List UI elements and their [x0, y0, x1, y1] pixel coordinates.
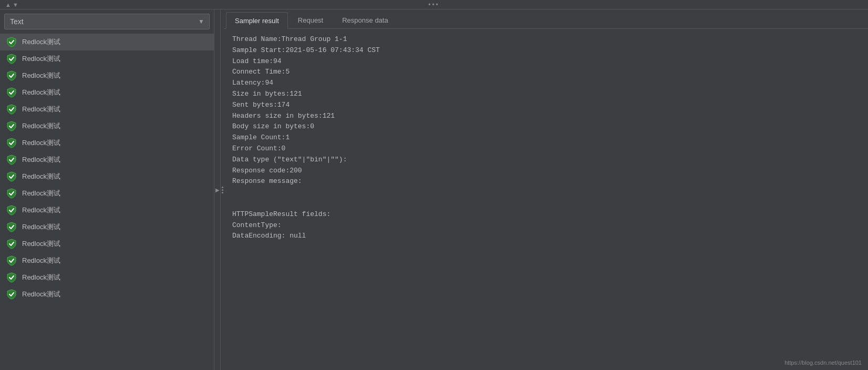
list-item[interactable]: Redlock测试 — [0, 101, 214, 118]
list-item-label: Redlock测试 — [22, 256, 60, 265]
shield-success-icon — [6, 171, 17, 182]
sort-arrows[interactable]: ▲ ▼ — [5, 2, 18, 8]
shield-success-icon — [6, 70, 17, 81]
list-item[interactable]: Redlock测试 — [0, 185, 214, 202]
shield-success-icon — [6, 138, 17, 148]
shield-success-icon — [6, 54, 17, 64]
dropdown-wrapper: TextHTMLJSONXML ▼ — [4, 14, 210, 29]
list-item-label: Redlock测试 — [22, 88, 60, 97]
splitter-dot-1 — [222, 187, 223, 188]
shield-success-icon — [6, 239, 17, 249]
list-item[interactable]: Redlock测试 — [0, 219, 214, 235]
splitter-dot-2 — [222, 189, 223, 191]
list-item-label: Redlock测试 — [22, 239, 60, 249]
collapse-arrow-icon[interactable]: ▶ — [215, 187, 220, 193]
list-item[interactable]: Redlock测试 — [0, 118, 214, 135]
dropdown-row: TextHTMLJSONXML ▼ — [0, 9, 214, 34]
shield-success-icon — [6, 37, 17, 47]
list-item-label: Redlock测试 — [22, 37, 60, 47]
tab-request[interactable]: Request — [289, 12, 332, 28]
shield-success-icon — [6, 222, 17, 232]
shield-success-icon — [6, 87, 17, 98]
list-item-label: Redlock测试 — [22, 205, 60, 215]
list-item[interactable]: Redlock测试 — [0, 34, 214, 50]
sample-list: Redlock测试 Redlock测试 Redlock测试 Redlock测试 … — [0, 34, 214, 370]
list-item[interactable]: Redlock测试 — [0, 286, 214, 303]
left-panel: TextHTMLJSONXML ▼ Redlock测试 Redlock测试 Re… — [0, 9, 214, 370]
shield-success-icon — [6, 205, 17, 215]
list-item[interactable]: Redlock测试 — [0, 168, 214, 185]
list-item[interactable]: Redlock测试 — [0, 235, 214, 252]
splitter-handle — [222, 187, 223, 193]
list-item-label: Redlock测试 — [22, 189, 60, 198]
tabs-bar: Sampler resultRequestResponse data — [224, 9, 868, 29]
shield-success-icon — [6, 121, 17, 131]
list-item[interactable]: Redlock测试 — [0, 269, 214, 286]
list-item-label: Redlock测试 — [22, 222, 60, 232]
shield-success-icon — [6, 155, 17, 165]
tab-response-data[interactable]: Response data — [333, 12, 397, 28]
list-item-label: Redlock测试 — [22, 105, 60, 114]
watermark: https://blog.csdn.net/quest101 — [784, 359, 862, 366]
tab-sampler-result[interactable]: Sampler result — [226, 12, 288, 29]
shield-success-icon — [6, 272, 17, 283]
list-item[interactable]: Redlock测试 — [0, 135, 214, 151]
list-item-label: Redlock测试 — [22, 138, 60, 148]
top-bar: ▲ ▼ ••• — [0, 0, 868, 9]
list-item[interactable]: Redlock测试 — [0, 50, 214, 67]
shield-success-icon — [6, 104, 17, 115]
list-item-label: Redlock测试 — [22, 71, 60, 80]
shield-success-icon — [6, 289, 17, 300]
splitter-dot-3 — [222, 192, 223, 193]
list-item[interactable]: Redlock测试 — [0, 151, 214, 168]
list-item-label: Redlock测试 — [22, 172, 60, 181]
menu-dots[interactable]: ••• — [428, 1, 440, 8]
list-item-label: Redlock测试 — [22, 290, 60, 299]
list-item[interactable]: Redlock测试 — [0, 202, 214, 219]
left-splitter[interactable]: ▶ — [214, 9, 221, 370]
shield-success-icon — [6, 188, 17, 199]
list-item[interactable]: Redlock测试 — [0, 67, 214, 84]
display-type-dropdown[interactable]: TextHTMLJSONXML — [4, 14, 210, 29]
list-item[interactable]: Redlock测试 — [0, 84, 214, 101]
main-layout: TextHTMLJSONXML ▼ Redlock测试 Redlock测试 Re… — [0, 9, 868, 370]
list-item-label: Redlock测试 — [22, 155, 60, 165]
list-item-label: Redlock测试 — [22, 273, 60, 282]
list-item-label: Redlock测试 — [22, 121, 60, 131]
sampler-result-content: Thread Name:Thread Group 1-1 Sample Star… — [224, 29, 868, 370]
list-item[interactable]: Redlock测试 — [0, 252, 214, 269]
shield-success-icon — [6, 255, 17, 266]
right-panel: Sampler resultRequestResponse data Threa… — [224, 9, 868, 370]
list-item-label: Redlock测试 — [22, 54, 60, 64]
